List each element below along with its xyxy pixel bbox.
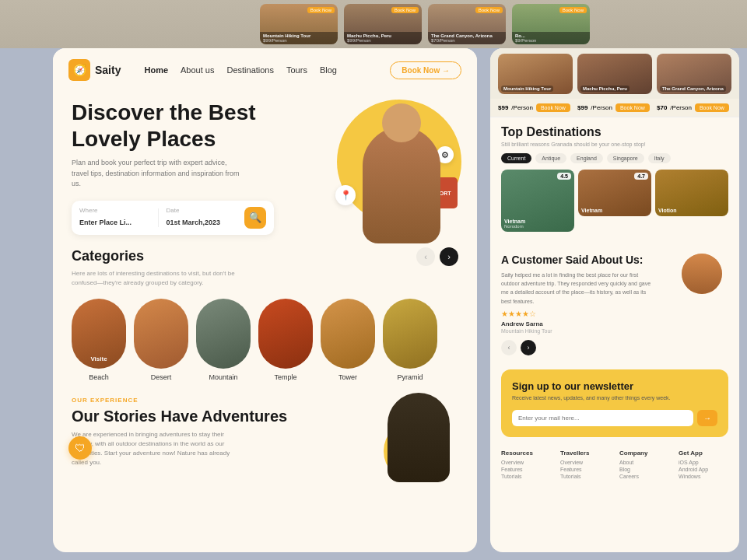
nav-destinations[interactable]: Destinations: [226, 65, 274, 75]
testimonial-author: Andrew Sarna: [501, 320, 728, 327]
dest-grid: 4.5 Vietnam Norodom 4.7 Vietnam Viotion: [501, 170, 728, 232]
search-bar: Where Enter Place Li... Date 01st March,…: [72, 201, 274, 235]
footer-item-4-2[interactable]: Android App: [679, 467, 728, 472]
tour-card-price-3: $70/Person: [431, 38, 503, 43]
dest-badge-2: 4.7: [634, 173, 648, 180]
nav-home[interactable]: Home: [144, 65, 168, 75]
categories-row: Visite Beach Desert Mountain Temple: [72, 299, 458, 381]
price-label-1: /Person: [511, 104, 533, 111]
dest-card-info-1: Vietnam Norodom: [504, 219, 525, 229]
footer-item-3-3[interactable]: Careers: [619, 474, 669, 479]
book-mini-3[interactable]: Book Now: [695, 103, 729, 112]
top-tour-strip: Mountain Hiking Tour $99/Person Book Now…: [0, 0, 747, 48]
footer-col-title-1: Resources: [501, 450, 551, 457]
tour-book-btn-2[interactable]: Book Now: [391, 7, 419, 13]
category-mountain[interactable]: Mountain: [196, 299, 251, 381]
filter-singapore[interactable]: Singapore: [607, 153, 644, 163]
testimonial-section: A Customer Said About Us: Saity helped m…: [490, 246, 739, 363]
hero-image-area: 📍 ⚙ PASSPORT ✈ Dubai: [321, 84, 469, 263]
where-field[interactable]: Where Enter Place Li...: [79, 207, 150, 228]
filter-antique[interactable]: Antique: [535, 153, 566, 163]
tour-mini-3[interactable]: The Grand Canyon, Arizona: [657, 54, 731, 94]
footer-item-3-2[interactable]: Blog: [619, 467, 669, 472]
tour-card-4[interactable]: Ro... $9/Person Book Now: [512, 4, 590, 44]
top-dest-title: Top Destinations: [501, 125, 728, 139]
category-pyramid[interactable]: Pyramid: [383, 299, 437, 381]
tour-mini-2[interactable]: Machu Picchu, Peru: [577, 54, 652, 94]
nav-blog[interactable]: Blog: [320, 65, 337, 75]
tour-strip: Mountain Hiking Tour Machu Picchu, Peru …: [490, 48, 739, 99]
stories-section: Our Experience Our Stories Have Adventur…: [53, 381, 477, 467]
newsletter-subtitle: Receive latest news, updates, and many o…: [512, 394, 717, 402]
testimonial-prev[interactable]: ‹: [501, 340, 517, 355]
tour-card-price-2: $99/Person: [347, 38, 419, 43]
categories-title: Categories: [72, 248, 144, 264]
newsletter-title: Sign up to our newsletter: [512, 380, 717, 392]
footer-col-title-4: Get App: [679, 450, 728, 457]
book-mini-1[interactable]: Book Now: [536, 103, 570, 112]
dest-card-2[interactable]: 4.7 Vietnam: [578, 170, 651, 216]
stories-person: [376, 389, 454, 482]
dest-card-3[interactable]: Viotion: [655, 170, 728, 216]
footer-item-3-1[interactable]: About: [619, 460, 669, 465]
tour-card-2[interactable]: Machu Picchu, Peru $99/Person Book Now: [344, 4, 422, 44]
dest-card-loc-1: Norodom: [504, 224, 525, 229]
book-now-button[interactable]: Book Now →: [390, 61, 461, 79]
tour-mini-1[interactable]: Mountain Hiking Tour: [498, 54, 573, 94]
price-2: $99: [577, 104, 587, 111]
tour-card-price-4: $9/Person: [515, 38, 587, 43]
dest-badge-1: 4.5: [557, 173, 571, 180]
dest-card-name-3: Viotion: [658, 208, 677, 213]
footer-item-4-3[interactable]: Windows: [679, 474, 728, 479]
tour-mini-label-2: Machu Picchu, Peru: [580, 86, 630, 92]
tour-book-btn-4[interactable]: Book Now: [559, 7, 587, 13]
testimonial-next[interactable]: ›: [521, 340, 536, 355]
footer-item-1-2[interactable]: Features: [501, 467, 551, 472]
category-temple[interactable]: Temple: [258, 299, 313, 381]
nav-tours[interactable]: Tours: [286, 65, 307, 75]
filter-current[interactable]: Current: [501, 153, 531, 163]
footer-item-4-1[interactable]: iOS App: [679, 460, 728, 465]
category-desert[interactable]: Desert: [134, 299, 188, 381]
footer-item-2-2[interactable]: Features: [560, 467, 610, 472]
search-button[interactable]: 🔍: [244, 207, 266, 229]
testimonial-stars: ★★★★☆: [501, 310, 728, 318]
date-value: 01st March,2023: [167, 219, 221, 226]
price-label-3: /Person: [670, 104, 692, 111]
top-destinations: Top Destinations Still brilliant reasons…: [490, 117, 739, 246]
tour-card-3[interactable]: The Grand Canyon, Arizona $70/Person Boo…: [428, 4, 506, 44]
logo[interactable]: 🧭 Saity: [68, 59, 121, 81]
date-field[interactable]: Date 01st March,2023: [167, 207, 237, 228]
footer-item-2-1[interactable]: Overview: [560, 460, 610, 465]
tour-book-btn-3[interactable]: Book Now: [475, 7, 503, 13]
category-beach[interactable]: Visite Beach: [72, 299, 126, 381]
newsletter-form: →: [512, 410, 717, 426]
footer-item-2-3[interactable]: Tutorials: [560, 474, 610, 479]
tour-card-1[interactable]: Mountain Hiking Tour $99/Person Book Now: [260, 4, 338, 44]
filter-italy[interactable]: Italy: [648, 153, 671, 163]
tour-mini-label-1: Mountain Hiking Tour: [501, 86, 553, 92]
hero-section: Discover the Best Lovely Places Plan and…: [53, 92, 477, 235]
footer-col-app: Get App iOS App Android App Windows: [679, 450, 728, 481]
footer-row: Resources Overview Features Tutorials Tr…: [490, 443, 739, 487]
footer-item-1-1[interactable]: Overview: [501, 460, 551, 465]
nav-about[interactable]: About us: [181, 65, 214, 75]
dest-card-info-3: Viotion: [658, 208, 677, 213]
newsletter-input[interactable]: [512, 410, 693, 426]
footer-item-1-3[interactable]: Tutorials: [501, 474, 551, 479]
book-mini-2[interactable]: Book Now: [615, 103, 650, 112]
tour-book-btn-1[interactable]: Book Now: [307, 7, 335, 13]
dest-card-name-2: Vietnam: [581, 208, 602, 213]
dest-filters: Current Antique England Singapore Italy: [501, 153, 728, 163]
footer-col-travellers: Travellers Overview Features Tutorials: [560, 450, 610, 481]
footer-col-company: Company About Blog Careers: [619, 450, 669, 481]
hero-title: Discover the Best Lovely Places: [72, 100, 274, 152]
nav-links: Home About us Destinations Tours Blog: [144, 65, 374, 75]
dest-card-1[interactable]: 4.5 Vietnam Norodom: [501, 170, 574, 232]
testimonial-author-sub: Mountain Hiking Tour: [501, 328, 728, 334]
dest-card-name-1: Vietnam: [504, 219, 525, 224]
newsletter-submit[interactable]: →: [697, 410, 717, 426]
category-tower[interactable]: Tower: [321, 299, 375, 381]
filter-england[interactable]: England: [570, 153, 603, 163]
footer-col-resources: Resources Overview Features Tutorials: [501, 450, 551, 481]
